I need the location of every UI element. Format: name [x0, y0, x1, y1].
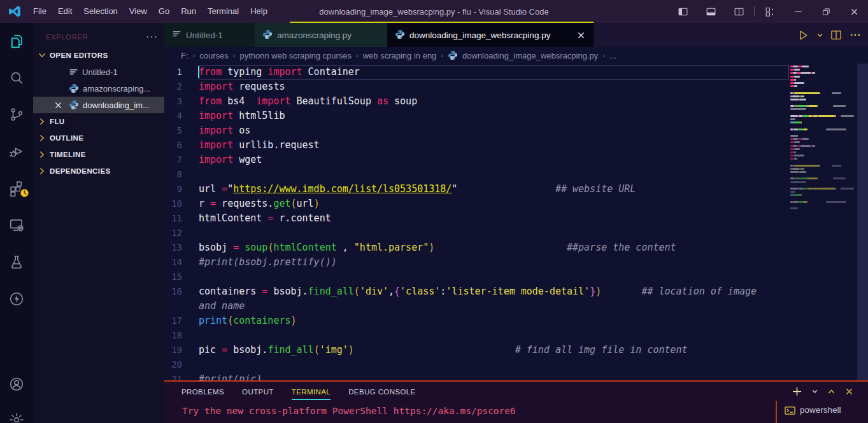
more-actions-icon[interactable]: ··· [146, 34, 158, 40]
run-dropdown-icon[interactable] [816, 32, 823, 39]
menu-edit[interactable]: Edit [52, 0, 78, 23]
remote-explorer-icon[interactable] [7, 216, 26, 235]
menu-view[interactable]: View [124, 0, 153, 23]
code-line-content[interactable]: #print(bsobj.prettify()) [199, 255, 789, 270]
source-control-icon[interactable] [7, 105, 26, 124]
code-line-content[interactable]: import requests [199, 80, 789, 94]
code-line[interactable]: 1from typing import Container [164, 65, 868, 80]
code-line[interactable]: 10r = requests.get(url) [164, 197, 868, 211]
open-editor-item[interactable]: amazonscraping... [33, 80, 164, 97]
close-icon[interactable] [576, 31, 586, 40]
code-line-content[interactable]: import os [199, 123, 789, 138]
code-line[interactable]: 11htmlContent = r.content [164, 211, 868, 226]
code-line[interactable]: 6import urllib.request [164, 138, 868, 153]
code-line-content[interactable]: from bs4 import BeautifulSoup as soup [199, 94, 789, 109]
code-line[interactable]: 4import html5lib [164, 109, 868, 123]
menu-go[interactable]: Go [153, 0, 175, 23]
code-line-content[interactable]: import html5lib [199, 109, 789, 123]
panel-tab-terminal[interactable]: TERMINAL [292, 384, 331, 398]
breadcrumb-item-file[interactable]: downloading_image_websracping.py [462, 51, 598, 60]
new-terminal-icon[interactable] [792, 386, 802, 397]
panel-tab-problems[interactable]: PROBLEMS [181, 384, 224, 398]
code-line-content[interactable]: #print(pic) [199, 372, 789, 380]
code-line-content[interactable]: from typing import Container [199, 65, 789, 80]
section-outline[interactable]: OUTLINE [33, 130, 164, 146]
thunder-client-icon[interactable] [7, 289, 26, 309]
run-icon[interactable] [797, 29, 810, 42]
open-editor-item[interactable]: downloading_im... [33, 97, 164, 113]
code-line[interactable]: 7import wget [164, 153, 868, 167]
close-panel-icon[interactable] [844, 387, 854, 396]
code-line[interactable]: 5import os [164, 123, 868, 138]
code-line[interactable]: 3from bs4 import BeautifulSoup as soup [164, 94, 868, 109]
code-line[interactable]: 16containers = bsobj.find_all('div',{'cl… [164, 284, 868, 299]
breadcrumb-item[interactable]: courses [199, 51, 229, 60]
breadcrumb-item[interactable]: pythonn web scraping cpurses [239, 51, 352, 60]
code-line-content[interactable]: htmlContent = r.content [199, 211, 789, 226]
code-line-content[interactable]: url ="https://www.imdb.com/list/ls053501… [199, 182, 789, 197]
terminal-dropdown-icon[interactable] [811, 388, 818, 395]
run-and-debug-icon[interactable] [7, 142, 26, 161]
section-dependencies[interactable]: DEPENDENCIES [33, 163, 164, 179]
menu-run[interactable]: Run [175, 0, 202, 23]
maximize-panel-icon[interactable] [827, 387, 836, 396]
code-line[interactable]: 15 [164, 270, 868, 284]
section-timeline[interactable]: TIMELINE [33, 146, 164, 163]
section-open-editors[interactable]: OPEN EDITORS [33, 47, 164, 64]
testing-icon[interactable] [7, 253, 26, 272]
code-line[interactable]: 2import requests [164, 80, 868, 94]
accounts-icon[interactable] [7, 375, 26, 394]
editor-scrollbar[interactable] [857, 64, 868, 380]
search-icon[interactable] [7, 68, 26, 87]
code-line[interactable]: 17print(containers) [164, 314, 868, 328]
close-icon[interactable] [51, 101, 65, 110]
open-editor-item[interactable]: Untitled-1 [33, 64, 164, 80]
extensions-icon[interactable] [7, 179, 26, 198]
code-editor[interactable]: 1from typing import Container2import req… [164, 64, 868, 380]
code-line[interactable]: 8 [164, 167, 868, 182]
minimize-icon[interactable] [784, 0, 812, 23]
tab-untitled-1[interactable]: Untitled-1 [164, 23, 255, 47]
layout-panel-icon[interactable] [697, 0, 725, 23]
section-flu[interactable]: FLU [33, 113, 164, 130]
layout-sidebar-icon[interactable] [669, 0, 697, 23]
code-line[interactable]: 20 [164, 357, 868, 372]
code-line-content[interactable] [199, 270, 789, 284]
settings-icon[interactable] [7, 410, 26, 423]
code-line-content[interactable]: import wget [199, 153, 789, 167]
code-line[interactable]: 18 [164, 328, 868, 343]
customize-layout-icon[interactable] [756, 0, 784, 23]
menu-file[interactable]: File [27, 0, 52, 23]
code-line-content[interactable]: containers = bsobj.find_all('div',{'clas… [199, 284, 789, 299]
breadcrumb-item[interactable]: F: [181, 51, 189, 60]
breadcrumb-item-more[interactable]: ... [609, 51, 616, 60]
panel-tab-output[interactable]: OUTPUT [242, 384, 274, 398]
breadcrumb-item[interactable]: web scraping in eng [363, 51, 437, 60]
minimap[interactable] [790, 66, 857, 211]
code-line-content[interactable]: and name [199, 299, 789, 314]
tab-amazonscraping-py[interactable]: amazonscraping.py [255, 23, 387, 47]
code-line[interactable]: 9url ="https://www.imdb.com/list/ls05350… [164, 182, 868, 197]
explorer-icon[interactable] [7, 31, 26, 50]
code-line-content[interactable] [199, 226, 789, 240]
menu-terminal[interactable]: Terminal [202, 0, 245, 23]
code-line[interactable]: 19pic = bsobj.find_all('img') # find all… [164, 343, 868, 357]
more-actions-icon[interactable] [849, 29, 862, 41]
code-line-content[interactable] [199, 167, 789, 182]
tab-downloading_image_websracping-py[interactable]: downloading_image_websracping.py [387, 23, 594, 47]
panel-tab-debug-console[interactable]: DEBUG CONSOLE [348, 384, 416, 398]
code-line[interactable]: 13bsobj = soup(htmlContent , "html.parse… [164, 240, 868, 255]
restore-icon[interactable] [812, 0, 840, 23]
menu-help[interactable]: Help [245, 0, 273, 23]
code-line[interactable]: and name [164, 299, 868, 314]
code-line-content[interactable] [199, 357, 789, 372]
code-line-content[interactable]: import urllib.request [199, 138, 789, 153]
code-line[interactable]: 21#print(pic) [164, 372, 868, 380]
code-line-content[interactable]: pic = bsobj.find_all('img') # find all i… [199, 343, 789, 357]
code-line-content[interactable]: print(containers) [199, 314, 789, 328]
code-line-content[interactable]: r = requests.get(url) [199, 197, 789, 211]
close-icon[interactable] [840, 0, 868, 23]
split-editor-icon[interactable] [830, 29, 843, 41]
code-line[interactable]: 12 [164, 226, 868, 240]
menu-selection[interactable]: Selection [78, 0, 123, 23]
